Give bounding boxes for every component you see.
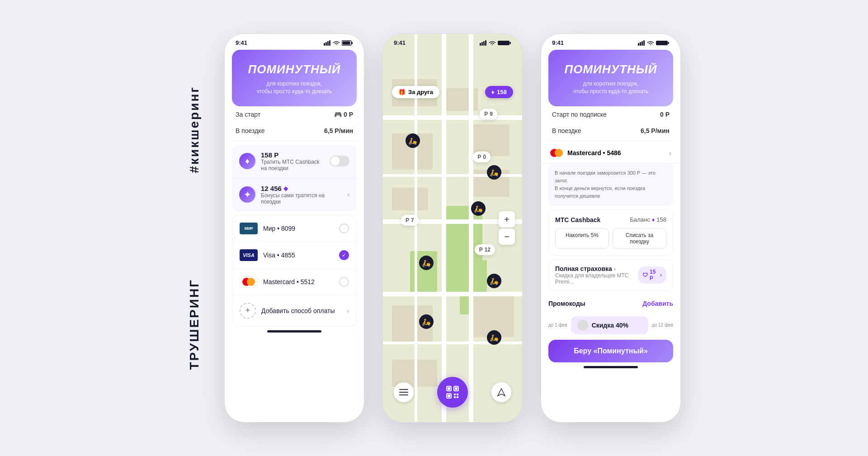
p3-card-chevron: › bbox=[669, 148, 671, 158]
road-h1 bbox=[383, 115, 522, 120]
svg-rect-28 bbox=[642, 41, 643, 46]
cashback-badge: ♦ 158 bbox=[485, 86, 513, 98]
visa-logo: VISA bbox=[240, 249, 258, 261]
cashback-amount: 158 Р bbox=[261, 151, 324, 159]
card-row-visa[interactable]: VISA Visa • 4855 bbox=[232, 242, 356, 269]
p3-insurance-badge[interactable]: 🛡 15 Р › bbox=[638, 266, 666, 284]
phone3-status-bar: 9:41 bbox=[541, 34, 680, 50]
road-h3 bbox=[383, 292, 522, 296]
phone1-tariff-subtitle1: для коротких поездок, bbox=[267, 80, 322, 88]
parking-icon4: P bbox=[479, 247, 483, 253]
for-friend-chip[interactable]: 🎁 За друга bbox=[392, 86, 439, 98]
phone3-time: 9:41 bbox=[552, 39, 564, 46]
phone1-status-icons bbox=[324, 40, 353, 46]
card-name-visa: Visa • 4855 bbox=[263, 252, 334, 259]
signal-icon bbox=[324, 40, 331, 46]
p3-ride-row: В поездке 6,5 Р/мин bbox=[541, 123, 680, 139]
p3-discount-label: Скидка 40% bbox=[592, 322, 628, 329]
map-menu-button[interactable] bbox=[394, 382, 414, 402]
map-signal-icon bbox=[480, 40, 487, 46]
phone1-start-value: 🎮 0 Р bbox=[334, 111, 353, 118]
battery-icon bbox=[342, 40, 353, 46]
scooter4: 🛵 bbox=[419, 256, 434, 270]
bonus-chevron: › bbox=[347, 190, 349, 199]
phone2-status-icons bbox=[480, 40, 511, 46]
phone1-tariff-title: ПОМИНУТНЫЙ bbox=[248, 62, 340, 76]
page-container: #кикшеринг ТРУШЕРИНГ 9:41 ПОМИНУТНЫЙ для… bbox=[0, 0, 868, 456]
p3-cashback-header: МТС Cashback Баланс ♦ 158 bbox=[555, 216, 666, 223]
add-card-chevron: › bbox=[347, 307, 349, 315]
p3-start-row: Старт по подписке 0 Р bbox=[541, 106, 680, 123]
bonus-desc: Бонусы сами тратятся на поездки bbox=[261, 192, 342, 205]
radio-mc[interactable] bbox=[339, 277, 349, 287]
p3-insurance-price: 15 Р bbox=[650, 269, 658, 281]
scooter6: 🛵 bbox=[419, 314, 434, 329]
bonus-row[interactable]: ✦ 12 456 ◆ Бонусы сами тратятся на поезд… bbox=[232, 178, 357, 211]
p3-ride-value: 6,5 Р/мин bbox=[641, 127, 670, 134]
svg-rect-11 bbox=[498, 41, 509, 45]
card-row-mir[interactable]: МИР Мир • 8099 bbox=[232, 215, 356, 242]
radio-mir[interactable] bbox=[339, 223, 349, 233]
p3-card-left: Mastercard • 5486 bbox=[550, 149, 621, 157]
map-bottom-bar bbox=[383, 370, 522, 422]
p3-battery-icon bbox=[656, 40, 670, 46]
mc-circles bbox=[242, 278, 255, 286]
svg-rect-30 bbox=[656, 41, 668, 45]
svg-rect-9 bbox=[483, 41, 485, 46]
p3-card-row[interactable]: Mastercard • 5486 › bbox=[541, 143, 680, 164]
svg-rect-25 bbox=[457, 396, 458, 398]
svg-rect-5 bbox=[352, 42, 353, 44]
svg-rect-2 bbox=[327, 41, 329, 46]
svg-rect-1 bbox=[326, 42, 327, 46]
card-name-mc: Mastercard • 5512 bbox=[263, 278, 334, 285]
svg-rect-21 bbox=[448, 394, 450, 397]
p3-cashback-spend[interactable]: Списать за поездку bbox=[613, 228, 666, 249]
svg-rect-3 bbox=[329, 40, 330, 46]
zoom-in-button[interactable]: + bbox=[499, 211, 515, 228]
mir-logo: МИР bbox=[240, 223, 258, 234]
zoom-out-button[interactable]: − bbox=[499, 228, 515, 245]
svg-rect-6 bbox=[343, 41, 350, 44]
p3-promo-add[interactable]: Добавить bbox=[642, 300, 673, 307]
trusharing-label: ТРУШЕРИНГ bbox=[187, 279, 202, 370]
cashback-toggle[interactable] bbox=[330, 156, 349, 166]
svg-rect-24 bbox=[454, 396, 456, 398]
phone1-ride-value: 6,5 Р/мин bbox=[324, 127, 353, 134]
p3-cashback-accumulate[interactable]: Накопить 5% bbox=[555, 228, 609, 249]
wifi-icon bbox=[333, 40, 340, 46]
phone1-home-indicator bbox=[267, 330, 321, 332]
phone1-start-label: За старт bbox=[236, 111, 260, 118]
svg-rect-8 bbox=[481, 42, 483, 46]
parking-icon: P bbox=[484, 111, 488, 117]
qr-scan-button[interactable] bbox=[437, 377, 468, 408]
p3-promo-label: Промокоды bbox=[548, 300, 585, 307]
cashback-toggle-row: ♦ 158 Р Тратить МТС Cashback на поездки bbox=[232, 145, 357, 178]
map-navigate-button[interactable] bbox=[491, 382, 511, 402]
map-zoom-controls: + − bbox=[499, 211, 515, 245]
parking-0: P 0 bbox=[473, 152, 491, 162]
svg-rect-26 bbox=[638, 43, 639, 46]
phone1-payment: 9:41 ПОМИНУТНЫЙ для коротких поездок, чт… bbox=[224, 33, 364, 423]
phone3-checkout: 9:41 ПОМИНУТНЫЙ для коротких поездок, чт… bbox=[541, 33, 681, 423]
p3-cashback-label: МТС Cashback bbox=[555, 216, 600, 223]
p3-ride-label: В поездке bbox=[552, 127, 581, 134]
divider1 bbox=[232, 141, 357, 141]
p3-insurance-row[interactable]: Полная страховка › Скидка для владельцев… bbox=[548, 259, 673, 291]
phone1-cashback-section: ♦ 158 Р Тратить МТС Cashback на поездки … bbox=[232, 145, 357, 211]
add-card-row[interactable]: + Добавить способ оплаты › bbox=[232, 295, 356, 326]
p3-balance-icon: ♦ bbox=[652, 216, 655, 223]
svg-rect-31 bbox=[668, 42, 670, 44]
p3-cta-button[interactable]: Беру «Поминутный» bbox=[548, 340, 673, 362]
phone1-status-bar: 9:41 bbox=[225, 34, 364, 50]
scooter1: 🛵 bbox=[406, 133, 420, 148]
phone3-status-icons bbox=[638, 40, 670, 46]
p3-discount-date2: до 12 фев bbox=[652, 323, 673, 328]
p3-divider1 bbox=[548, 141, 673, 141]
p3-wifi-icon bbox=[647, 40, 654, 46]
p3-discount-badge: Скидка 40% bbox=[571, 316, 648, 334]
p3-cashback-buttons: Накопить 5% Списать за поездку bbox=[555, 228, 666, 249]
p3-info-text: В начале поездки заморозится 300 Р — это… bbox=[555, 170, 656, 199]
radio-visa[interactable] bbox=[339, 250, 349, 260]
scooter5: 🛵 bbox=[487, 274, 501, 288]
card-row-mc[interactable]: Mastercard • 5512 bbox=[232, 269, 356, 295]
